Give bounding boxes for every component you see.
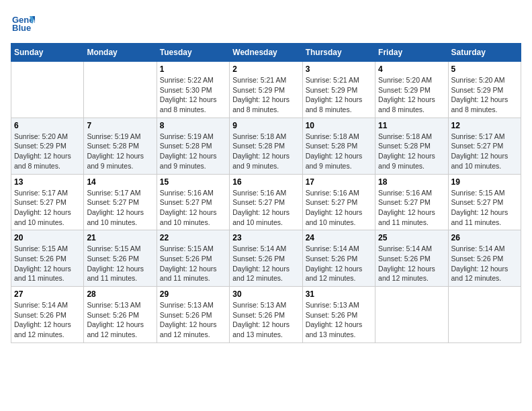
calendar-table: SundayMondayTuesdayWednesdayThursdayFrid… <box>11 43 521 343</box>
day-number: 1 <box>160 64 226 74</box>
day-number: 27 <box>14 289 81 299</box>
day-info: Sunrise: 5:21 AM Sunset: 5:29 PM Dayligh… <box>306 75 372 115</box>
calendar-week-row: 20Sunrise: 5:15 AM Sunset: 5:26 PM Dayli… <box>11 230 521 287</box>
day-number: 12 <box>451 121 518 130</box>
weekday-header-cell: Sunday <box>11 44 84 62</box>
day-info: Sunrise: 5:17 AM Sunset: 5:27 PM Dayligh… <box>87 188 153 228</box>
day-number: 2 <box>232 64 299 74</box>
day-number: 15 <box>160 177 226 187</box>
day-number: 3 <box>306 64 372 74</box>
calendar-cell: 21Sunrise: 5:15 AM Sunset: 5:26 PM Dayli… <box>84 230 157 287</box>
day-number: 5 <box>451 64 518 74</box>
weekday-header-cell: Wednesday <box>230 44 302 62</box>
day-info: Sunrise: 5:15 AM Sunset: 5:26 PM Dayligh… <box>14 244 81 283</box>
day-info: Sunrise: 5:13 AM Sunset: 5:26 PM Dayligh… <box>306 300 372 340</box>
day-info: Sunrise: 5:18 AM Sunset: 5:28 PM Dayligh… <box>306 132 372 171</box>
logo-icon: General Blue <box>11 11 35 35</box>
calendar-cell: 1Sunrise: 5:22 AM Sunset: 5:30 PM Daylig… <box>157 62 229 118</box>
weekday-header-cell: Monday <box>84 44 157 62</box>
day-info: Sunrise: 5:14 AM Sunset: 5:26 PM Dayligh… <box>451 244 518 283</box>
weekday-header-cell: Thursday <box>302 44 375 62</box>
day-number: 20 <box>14 233 81 242</box>
day-info: Sunrise: 5:14 AM Sunset: 5:26 PM Dayligh… <box>306 244 372 283</box>
calendar-cell: 19Sunrise: 5:15 AM Sunset: 5:27 PM Dayli… <box>448 174 521 230</box>
day-number: 22 <box>160 233 226 242</box>
calendar-body: 1Sunrise: 5:22 AM Sunset: 5:30 PM Daylig… <box>11 62 521 343</box>
calendar-cell: 27Sunrise: 5:14 AM Sunset: 5:26 PM Dayli… <box>11 287 84 343</box>
page-header: General Blue <box>11 11 521 35</box>
calendar-cell: 16Sunrise: 5:16 AM Sunset: 5:27 PM Dayli… <box>230 174 302 230</box>
calendar-cell: 26Sunrise: 5:14 AM Sunset: 5:26 PM Dayli… <box>448 230 521 287</box>
day-number: 26 <box>451 233 518 242</box>
calendar-cell: 5Sunrise: 5:20 AM Sunset: 5:29 PM Daylig… <box>448 62 521 118</box>
day-number: 23 <box>232 233 299 242</box>
day-info: Sunrise: 5:22 AM Sunset: 5:30 PM Dayligh… <box>160 75 226 115</box>
calendar-cell: 13Sunrise: 5:17 AM Sunset: 5:27 PM Dayli… <box>11 174 84 230</box>
day-number: 6 <box>14 121 81 130</box>
day-info: Sunrise: 5:15 AM Sunset: 5:27 PM Dayligh… <box>451 188 518 228</box>
calendar-week-row: 6Sunrise: 5:20 AM Sunset: 5:29 PM Daylig… <box>11 118 521 174</box>
calendar-cell: 6Sunrise: 5:20 AM Sunset: 5:29 PM Daylig… <box>11 118 84 174</box>
calendar-cell: 17Sunrise: 5:16 AM Sunset: 5:27 PM Dayli… <box>302 174 375 230</box>
calendar-cell: 3Sunrise: 5:21 AM Sunset: 5:29 PM Daylig… <box>302 62 375 118</box>
calendar-cell: 30Sunrise: 5:13 AM Sunset: 5:26 PM Dayli… <box>230 287 302 343</box>
calendar-cell: 23Sunrise: 5:14 AM Sunset: 5:26 PM Dayli… <box>230 230 302 287</box>
day-info: Sunrise: 5:20 AM Sunset: 5:29 PM Dayligh… <box>451 75 518 115</box>
calendar-week-row: 13Sunrise: 5:17 AM Sunset: 5:27 PM Dayli… <box>11 174 521 230</box>
calendar-week-row: 27Sunrise: 5:14 AM Sunset: 5:26 PM Dayli… <box>11 287 521 343</box>
day-info: Sunrise: 5:20 AM Sunset: 5:29 PM Dayligh… <box>14 132 81 171</box>
day-number: 13 <box>14 177 81 187</box>
day-number: 29 <box>160 289 226 299</box>
calendar-cell: 10Sunrise: 5:18 AM Sunset: 5:28 PM Dayli… <box>302 118 375 174</box>
day-info: Sunrise: 5:19 AM Sunset: 5:28 PM Dayligh… <box>160 132 226 171</box>
calendar-cell: 25Sunrise: 5:14 AM Sunset: 5:26 PM Dayli… <box>375 230 448 287</box>
day-info: Sunrise: 5:16 AM Sunset: 5:27 PM Dayligh… <box>306 188 372 228</box>
day-info: Sunrise: 5:21 AM Sunset: 5:29 PM Dayligh… <box>232 75 299 115</box>
calendar-cell: 15Sunrise: 5:16 AM Sunset: 5:27 PM Dayli… <box>157 174 229 230</box>
day-number: 17 <box>306 177 372 187</box>
svg-text:Blue: Blue <box>12 23 31 33</box>
day-number: 31 <box>306 289 372 299</box>
calendar-cell: 24Sunrise: 5:14 AM Sunset: 5:26 PM Dayli… <box>302 230 375 287</box>
calendar-cell: 11Sunrise: 5:18 AM Sunset: 5:28 PM Dayli… <box>375 118 448 174</box>
calendar-cell <box>375 287 448 343</box>
day-number: 8 <box>160 121 226 130</box>
day-number: 4 <box>378 64 445 74</box>
calendar-cell: 28Sunrise: 5:13 AM Sunset: 5:26 PM Dayli… <box>84 287 157 343</box>
weekday-header-row: SundayMondayTuesdayWednesdayThursdayFrid… <box>11 44 521 62</box>
day-number: 19 <box>451 177 518 187</box>
day-info: Sunrise: 5:14 AM Sunset: 5:26 PM Dayligh… <box>232 244 299 283</box>
day-info: Sunrise: 5:17 AM Sunset: 5:27 PM Dayligh… <box>14 188 81 228</box>
calendar-cell: 8Sunrise: 5:19 AM Sunset: 5:28 PM Daylig… <box>157 118 229 174</box>
day-info: Sunrise: 5:13 AM Sunset: 5:26 PM Dayligh… <box>160 300 226 340</box>
day-number: 30 <box>232 289 299 299</box>
day-info: Sunrise: 5:16 AM Sunset: 5:27 PM Dayligh… <box>232 188 299 228</box>
day-info: Sunrise: 5:14 AM Sunset: 5:26 PM Dayligh… <box>14 300 81 340</box>
day-info: Sunrise: 5:15 AM Sunset: 5:26 PM Dayligh… <box>87 244 153 283</box>
day-info: Sunrise: 5:14 AM Sunset: 5:26 PM Dayligh… <box>378 244 445 283</box>
day-number: 25 <box>378 233 445 242</box>
calendar-cell: 18Sunrise: 5:16 AM Sunset: 5:27 PM Dayli… <box>375 174 448 230</box>
calendar-cell <box>448 287 521 343</box>
logo: General Blue <box>11 11 35 35</box>
calendar-week-row: 1Sunrise: 5:22 AM Sunset: 5:30 PM Daylig… <box>11 62 521 118</box>
day-info: Sunrise: 5:17 AM Sunset: 5:27 PM Dayligh… <box>451 132 518 171</box>
calendar-cell: 20Sunrise: 5:15 AM Sunset: 5:26 PM Dayli… <box>11 230 84 287</box>
day-info: Sunrise: 5:13 AM Sunset: 5:26 PM Dayligh… <box>87 300 153 340</box>
calendar-cell: 29Sunrise: 5:13 AM Sunset: 5:26 PM Dayli… <box>157 287 229 343</box>
calendar-cell: 7Sunrise: 5:19 AM Sunset: 5:28 PM Daylig… <box>84 118 157 174</box>
day-number: 16 <box>232 177 299 187</box>
calendar-cell: 14Sunrise: 5:17 AM Sunset: 5:27 PM Dayli… <box>84 174 157 230</box>
day-number: 18 <box>378 177 445 187</box>
calendar-cell <box>11 62 84 118</box>
day-number: 21 <box>87 233 153 242</box>
calendar-cell: 4Sunrise: 5:20 AM Sunset: 5:29 PM Daylig… <box>375 62 448 118</box>
day-info: Sunrise: 5:16 AM Sunset: 5:27 PM Dayligh… <box>160 188 226 228</box>
day-number: 10 <box>306 121 372 130</box>
day-info: Sunrise: 5:13 AM Sunset: 5:26 PM Dayligh… <box>232 300 299 340</box>
day-number: 9 <box>232 121 299 130</box>
weekday-header-cell: Friday <box>375 44 448 62</box>
day-info: Sunrise: 5:19 AM Sunset: 5:28 PM Dayligh… <box>87 132 153 171</box>
weekday-header-cell: Tuesday <box>157 44 229 62</box>
day-info: Sunrise: 5:18 AM Sunset: 5:28 PM Dayligh… <box>378 132 445 171</box>
